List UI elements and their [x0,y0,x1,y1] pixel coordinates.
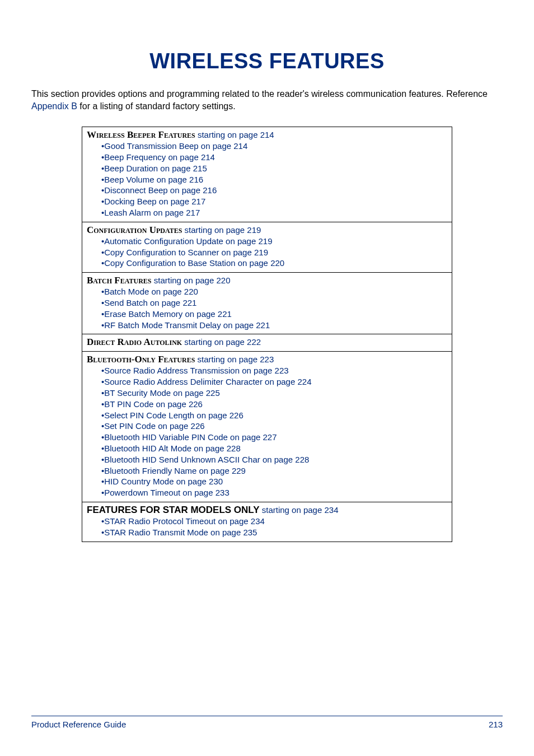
appendix-b-link[interactable]: Appendix B [31,101,77,111]
toc-item[interactable]: Set PIN Code on page 226 [101,421,447,432]
footer-left: Product Reference Guide [31,720,126,729]
toc-item[interactable]: STAR Radio Transmit Mode on page 235 [101,527,447,538]
toc-section: FEATURES FOR STAR MODELS ONLY starting o… [82,502,452,542]
footer-page-number: 213 [489,720,503,729]
toc-heading[interactable]: FEATURES FOR STAR MODELS ONLY starting o… [87,505,447,516]
toc-heading-name: Configuration Updates [87,225,182,235]
toc-item[interactable]: RF Batch Mode Transmit Delay on page 221 [101,320,447,331]
toc-heading[interactable]: Direct Radio Autolink starting on page 2… [87,337,447,348]
toc-item[interactable]: BT PIN Code on page 226 [101,399,447,410]
toc-box: Wireless Beeper Features starting on pag… [82,127,452,542]
page-footer: Product Reference Guide 213 [31,716,503,729]
toc-item[interactable]: Beep Volume on page 216 [101,174,447,185]
toc-item[interactable]: Leash Alarm on page 217 [101,207,447,218]
toc-heading-page: starting on page 220 [152,276,231,285]
toc-heading[interactable]: Configuration Updates starting on page 2… [87,225,447,236]
toc-item[interactable]: Good Transmission Beep on page 214 [101,141,447,152]
toc-item[interactable]: BT Security Mode on page 225 [101,388,447,399]
toc-item[interactable]: Source Radio Address Transmission on pag… [101,365,447,376]
toc-item[interactable]: Beep Duration on page 215 [101,163,447,174]
toc-section: Bluetooth-Only Features starting on page… [82,352,452,502]
toc-section: Direct Radio Autolink starting on page 2… [82,334,452,352]
toc-heading-name: Bluetooth-Only Features [87,354,195,365]
toc-item[interactable]: Automatic Configuration Update on page 2… [101,236,447,247]
toc-heading-name: Direct Radio Autolink [87,337,182,347]
toc-heading[interactable]: Bluetooth-Only Features starting on page… [87,354,447,365]
toc-item[interactable]: Bluetooth Friendly Name on page 229 [101,465,447,477]
toc-heading-page: starting on page 223 [195,354,274,364]
toc-item[interactable]: STAR Radio Protocol Timeout on page 234 [101,516,447,527]
toc-heading-page: starting on page 234 [260,505,339,515]
toc-item[interactable]: Bluetooth HID Send Unknown ASCII Char on… [101,454,447,465]
toc-heading[interactable]: Wireless Beeper Features starting on pag… [87,129,447,141]
toc-section: Configuration Updates starting on page 2… [82,222,452,273]
page-title: WIRELESS FEATURES [31,49,503,73]
toc-heading-page: starting on page 222 [182,337,261,347]
intro-text-1: This section provides options and progra… [31,89,488,99]
toc-item[interactable]: Disconnect Beep on page 216 [101,185,447,196]
toc-item[interactable]: Send Batch on page 221 [101,297,447,309]
toc-item[interactable]: Batch Mode on page 220 [101,286,447,297]
toc-heading-page: starting on page 219 [182,225,261,235]
toc-item[interactable]: Select PIN Code Length on page 226 [101,410,447,421]
intro-text-2: for a listing of standard factory settin… [77,101,236,111]
toc-item[interactable]: Powerdown Timeout on page 233 [101,487,447,498]
toc-heading-name: FEATURES FOR STAR MODELS ONLY [87,505,260,515]
toc-item[interactable]: Copy Configuration to Base Station on pa… [101,258,447,269]
toc-heading-name: Batch Features [87,275,152,286]
toc-section: Batch Features starting on page 220 Batc… [82,273,452,334]
toc-heading[interactable]: Batch Features starting on page 220 [87,275,447,286]
toc-item[interactable]: HID Country Mode on page 230 [101,476,447,487]
toc-item[interactable]: Beep Frequency on page 214 [101,152,447,163]
toc-item[interactable]: Docking Beep on page 217 [101,196,447,207]
toc-item[interactable]: Bluetooth HID Variable PIN Code on page … [101,432,447,443]
intro-paragraph: This section provides options and progra… [31,88,503,112]
toc-heading-page: starting on page 214 [195,130,274,139]
toc-item[interactable]: Source Radio Address Delimiter Character… [101,376,447,388]
toc-section: Wireless Beeper Features starting on pag… [82,127,452,222]
toc-item[interactable]: Bluetooth HID Alt Mode on page 228 [101,443,447,454]
toc-heading-name: Wireless Beeper Features [87,129,195,140]
toc-item[interactable]: Copy Configuration to Scanner on page 21… [101,247,447,258]
toc-item[interactable]: Erase Batch Memory on page 221 [101,309,447,320]
